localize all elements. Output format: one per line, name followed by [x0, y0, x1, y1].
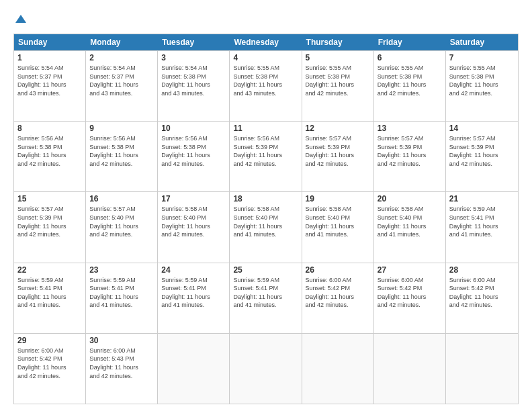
day-info: Sunrise: 5:59 AM Sunset: 5:41 PM Dayligh… [233, 276, 298, 310]
day-number: 22 [17, 265, 82, 275]
logo-icon [14, 13, 28, 27]
calendar-cell-8: 8Sunrise: 5:56 AM Sunset: 5:38 PM Daylig… [14, 122, 86, 191]
day-info: Sunrise: 5:57 AM Sunset: 5:40 PM Dayligh… [89, 205, 154, 238]
calendar-cell-28: 28Sunrise: 6:00 AM Sunset: 5:42 PM Dayli… [446, 263, 518, 333]
day-info: Sunrise: 5:57 AM Sunset: 5:39 PM Dayligh… [378, 134, 442, 168]
day-number: 16 [89, 194, 154, 203]
calendar-cell-20: 20Sunrise: 5:58 AM Sunset: 5:40 PM Dayli… [374, 192, 446, 262]
calendar-cell-7: 7Sunrise: 5:55 AM Sunset: 5:38 PM Daylig… [446, 51, 518, 121]
calendar-cell-10: 10Sunrise: 5:56 AM Sunset: 5:38 PM Dayli… [158, 122, 230, 191]
day-info: Sunrise: 5:57 AM Sunset: 5:39 PM Dayligh… [17, 205, 82, 238]
day-number: 10 [161, 124, 226, 133]
day-info: Sunrise: 5:58 AM Sunset: 5:40 PM Dayligh… [306, 205, 370, 238]
day-number: 12 [306, 124, 370, 133]
day-info: Sunrise: 5:58 AM Sunset: 5:40 PM Dayligh… [378, 205, 442, 238]
header-day-monday: Monday [86, 34, 158, 50]
day-number: 29 [17, 336, 82, 345]
day-number: 3 [161, 53, 226, 62]
calendar-cell-1: 1Sunrise: 5:54 AM Sunset: 5:37 PM Daylig… [14, 51, 86, 121]
calendar-cell-26: 26Sunrise: 6:00 AM Sunset: 5:42 PM Dayli… [302, 263, 374, 333]
day-number: 4 [233, 53, 298, 62]
day-number: 27 [378, 265, 442, 275]
calendar-cell-15: 15Sunrise: 5:57 AM Sunset: 5:39 PM Dayli… [14, 192, 86, 262]
calendar-cell-empty-6 [446, 334, 518, 404]
day-info: Sunrise: 5:55 AM Sunset: 5:38 PM Dayligh… [233, 64, 298, 97]
calendar-cell-18: 18Sunrise: 5:58 AM Sunset: 5:40 PM Dayli… [230, 192, 302, 262]
calendar-cell-6: 6Sunrise: 5:55 AM Sunset: 5:38 PM Daylig… [374, 51, 446, 121]
calendar-cell-5: 5Sunrise: 5:55 AM Sunset: 5:38 PM Daylig… [302, 51, 374, 121]
header [13, 13, 519, 27]
day-number: 1 [17, 53, 82, 62]
calendar-cell-empty-2 [158, 334, 230, 404]
day-number: 24 [161, 265, 226, 275]
day-number: 6 [378, 53, 442, 62]
calendar-cell-14: 14Sunrise: 5:57 AM Sunset: 5:39 PM Dayli… [446, 122, 518, 191]
day-number: 5 [306, 53, 370, 62]
day-number: 30 [89, 336, 154, 345]
day-info: Sunrise: 5:55 AM Sunset: 5:38 PM Dayligh… [378, 64, 442, 97]
day-info: Sunrise: 5:59 AM Sunset: 5:41 PM Dayligh… [89, 276, 154, 310]
day-info: Sunrise: 6:00 AM Sunset: 5:42 PM Dayligh… [17, 347, 82, 380]
day-info: Sunrise: 5:59 AM Sunset: 5:41 PM Dayligh… [161, 276, 226, 310]
day-number: 15 [17, 194, 82, 203]
day-number: 8 [17, 124, 82, 133]
day-number: 28 [449, 265, 515, 275]
header-day-sunday: Sunday [14, 34, 86, 50]
day-info: Sunrise: 5:54 AM Sunset: 5:38 PM Dayligh… [161, 64, 226, 97]
day-number: 18 [233, 194, 298, 203]
day-info: Sunrise: 5:55 AM Sunset: 5:38 PM Dayligh… [306, 64, 370, 97]
calendar-cell-11: 11Sunrise: 5:56 AM Sunset: 5:39 PM Dayli… [230, 122, 302, 191]
day-number: 21 [449, 194, 515, 203]
day-number: 7 [449, 53, 515, 62]
calendar-cell-16: 16Sunrise: 5:57 AM Sunset: 5:40 PM Dayli… [86, 192, 158, 262]
day-info: Sunrise: 6:00 AM Sunset: 5:42 PM Dayligh… [306, 276, 370, 310]
calendar-cell-30: 30Sunrise: 6:00 AM Sunset: 5:43 PM Dayli… [86, 334, 158, 404]
day-number: 20 [378, 194, 442, 203]
calendar-cell-9: 9Sunrise: 5:56 AM Sunset: 5:38 PM Daylig… [86, 122, 158, 191]
calendar-row-3: 15Sunrise: 5:57 AM Sunset: 5:39 PM Dayli… [14, 191, 518, 262]
day-number: 19 [306, 194, 370, 203]
day-number: 14 [449, 124, 515, 133]
day-info: Sunrise: 5:56 AM Sunset: 5:39 PM Dayligh… [233, 134, 298, 168]
calendar-cell-25: 25Sunrise: 5:59 AM Sunset: 5:41 PM Dayli… [230, 263, 302, 333]
calendar-cell-29: 29Sunrise: 6:00 AM Sunset: 5:42 PM Dayli… [14, 334, 86, 404]
header-day-wednesday: Wednesday [230, 34, 302, 50]
day-number: 26 [306, 265, 370, 275]
day-number: 25 [233, 265, 298, 275]
calendar-cell-4: 4Sunrise: 5:55 AM Sunset: 5:38 PM Daylig… [230, 51, 302, 121]
calendar-cell-3: 3Sunrise: 5:54 AM Sunset: 5:38 PM Daylig… [158, 51, 230, 121]
calendar-cell-27: 27Sunrise: 6:00 AM Sunset: 5:42 PM Dayli… [374, 263, 446, 333]
day-info: Sunrise: 5:56 AM Sunset: 5:38 PM Dayligh… [89, 134, 154, 168]
calendar-body: 1Sunrise: 5:54 AM Sunset: 5:37 PM Daylig… [14, 50, 518, 404]
header-day-tuesday: Tuesday [158, 34, 230, 50]
calendar-cell-23: 23Sunrise: 5:59 AM Sunset: 5:41 PM Dayli… [86, 263, 158, 333]
calendar-cell-19: 19Sunrise: 5:58 AM Sunset: 5:40 PM Dayli… [302, 192, 374, 262]
calendar-row-1: 1Sunrise: 5:54 AM Sunset: 5:37 PM Daylig… [14, 50, 518, 121]
day-info: Sunrise: 5:57 AM Sunset: 5:39 PM Dayligh… [306, 134, 370, 168]
calendar-cell-13: 13Sunrise: 5:57 AM Sunset: 5:39 PM Dayli… [374, 122, 446, 191]
calendar-cell-empty-3 [230, 334, 302, 404]
day-info: Sunrise: 6:00 AM Sunset: 5:42 PM Dayligh… [378, 276, 442, 310]
day-number: 2 [89, 53, 154, 62]
day-number: 17 [161, 194, 226, 203]
day-info: Sunrise: 5:58 AM Sunset: 5:40 PM Dayligh… [161, 205, 226, 238]
calendar-row-2: 8Sunrise: 5:56 AM Sunset: 5:38 PM Daylig… [14, 121, 518, 191]
calendar-cell-17: 17Sunrise: 5:58 AM Sunset: 5:40 PM Dayli… [158, 192, 230, 262]
day-info: Sunrise: 5:58 AM Sunset: 5:40 PM Dayligh… [233, 205, 298, 238]
svg-marker-0 [15, 15, 26, 23]
day-info: Sunrise: 5:59 AM Sunset: 5:41 PM Dayligh… [17, 276, 82, 310]
header-day-saturday: Saturday [446, 34, 518, 50]
calendar-cell-12: 12Sunrise: 5:57 AM Sunset: 5:39 PM Dayli… [302, 122, 374, 191]
calendar-row-5: 29Sunrise: 6:00 AM Sunset: 5:42 PM Dayli… [14, 333, 518, 404]
day-number: 11 [233, 124, 298, 133]
day-info: Sunrise: 5:54 AM Sunset: 5:37 PM Dayligh… [89, 64, 154, 97]
day-number: 23 [89, 265, 154, 275]
calendar-cell-21: 21Sunrise: 5:59 AM Sunset: 5:41 PM Dayli… [446, 192, 518, 262]
calendar-cell-22: 22Sunrise: 5:59 AM Sunset: 5:41 PM Dayli… [14, 263, 86, 333]
day-info: Sunrise: 5:56 AM Sunset: 5:38 PM Dayligh… [17, 134, 82, 168]
calendar-header: SundayMondayTuesdayWednesdayThursdayFrid… [14, 34, 518, 50]
calendar-cell-24: 24Sunrise: 5:59 AM Sunset: 5:41 PM Dayli… [158, 263, 230, 333]
calendar-cell-2: 2Sunrise: 5:54 AM Sunset: 5:37 PM Daylig… [86, 51, 158, 121]
logo-text [13, 13, 28, 27]
day-info: Sunrise: 5:55 AM Sunset: 5:38 PM Dayligh… [449, 64, 515, 97]
